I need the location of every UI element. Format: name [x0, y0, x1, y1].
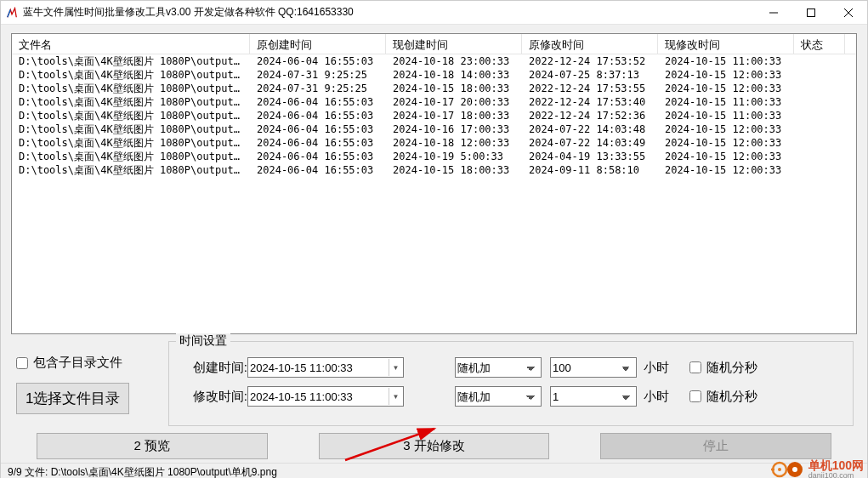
- titlebar: 蓝牛文件属性时间批量修改工具v3.00 开发定做各种软件 QQ:16416533…: [1, 1, 867, 25]
- include-subdir-checkbox[interactable]: 包含子目录文件: [16, 355, 168, 371]
- time-settings-group: 时间设置 创建时间: ▼ 随机加 100 小时 随机分秒 修改时间:: [168, 341, 854, 426]
- table-row[interactable]: D:\tools\桌面\4K壁纸图片 1080P\output\单机…2024-…: [12, 109, 856, 122]
- file-table[interactable]: 文件名 原创建时间 现创建时间 原修改时间 现修改时间 状态 D:\tools\…: [11, 33, 857, 334]
- create-random-mode[interactable]: 随机加: [455, 357, 542, 378]
- svg-point-5: [773, 463, 786, 476]
- table-row[interactable]: D:\tools\桌面\4K壁纸图片 1080P\output\单机…2024-…: [12, 54, 856, 68]
- modify-random-mode[interactable]: 随机加: [455, 386, 542, 407]
- window-controls: [755, 1, 867, 25]
- svg-point-9: [792, 467, 797, 472]
- main-window: 蓝牛文件属性时间批量修改工具v3.00 开发定做各种软件 QQ:16416533…: [0, 0, 868, 478]
- create-random-value[interactable]: 100: [550, 357, 637, 378]
- svg-rect-1: [808, 9, 815, 16]
- action-buttons: 2 预览 3 开始修改 停止: [1, 433, 867, 463]
- window-title: 蓝牛文件属性时间批量修改工具v3.00 开发定做各种软件 QQ:16416533…: [23, 5, 755, 20]
- status-text: 9/9 文件: D:\tools\桌面\4K壁纸图片 1080P\output\…: [8, 466, 277, 478]
- group-label: 时间设置: [176, 333, 230, 349]
- table-row[interactable]: D:\tools\桌面\4K壁纸图片 1080P\output\单机…2024-…: [12, 95, 856, 109]
- col-orig-create[interactable]: 原创建时间: [250, 34, 386, 54]
- modify-random-sec-checkbox[interactable]: 随机分秒: [689, 389, 757, 405]
- create-time-label: 创建时间:: [179, 360, 247, 376]
- table-body[interactable]: D:\tools\桌面\4K壁纸图片 1080P\output\单机…2024-…: [12, 54, 856, 333]
- col-orig-modify[interactable]: 原修改时间: [522, 34, 658, 54]
- svg-point-8: [787, 462, 803, 477]
- stop-button: 停止: [600, 433, 831, 459]
- select-dir-button[interactable]: 1选择文件目录: [16, 383, 129, 414]
- hours-label: 小时: [644, 360, 669, 376]
- col-now-modify[interactable]: 现修改时间: [658, 34, 794, 54]
- table-row[interactable]: D:\tools\桌面\4K壁纸图片 1080P\output\单机…2024-…: [12, 82, 856, 95]
- app-icon: [6, 7, 18, 19]
- modify-time-label: 修改时间:: [179, 389, 247, 405]
- modify-time-input[interactable]: [247, 386, 404, 407]
- preview-button[interactable]: 2 预览: [37, 433, 268, 459]
- svg-point-6: [778, 468, 781, 471]
- include-subdir-input[interactable]: [16, 357, 28, 369]
- modify-random-value[interactable]: 1: [550, 386, 637, 407]
- hours-label: 小时: [644, 389, 669, 405]
- table-row[interactable]: D:\tools\桌面\4K壁纸图片 1080P\output\单机…2024-…: [12, 136, 856, 150]
- table-row[interactable]: D:\tools\桌面\4K壁纸图片 1080P\output\单机…2024-…: [12, 122, 856, 136]
- col-status[interactable]: 状态: [794, 34, 845, 54]
- table-header: 文件名 原创建时间 现创建时间 原修改时间 现修改时间 状态: [12, 34, 856, 54]
- watermark-icon: [771, 459, 805, 478]
- watermark: 单机100网 danji100.com: [771, 459, 864, 478]
- create-time-input[interactable]: [247, 357, 404, 378]
- table-row[interactable]: D:\tools\桌面\4K壁纸图片 1080P\output\单机…2024-…: [12, 150, 856, 163]
- table-row[interactable]: D:\tools\桌面\4K壁纸图片 1080P\output\单机…2024-…: [12, 163, 856, 177]
- maximize-button[interactable]: [792, 1, 830, 25]
- close-button[interactable]: [830, 1, 867, 25]
- col-filename[interactable]: 文件名: [12, 34, 250, 54]
- status-bar: 9/9 文件: D:\tools\桌面\4K壁纸图片 1080P\output\…: [1, 463, 867, 478]
- create-random-sec-checkbox[interactable]: 随机分秒: [689, 360, 757, 376]
- minimize-button[interactable]: [755, 1, 792, 25]
- col-now-create[interactable]: 现创建时间: [386, 34, 522, 54]
- start-button[interactable]: 3 开始修改: [319, 433, 550, 459]
- table-row[interactable]: D:\tools\桌面\4K壁纸图片 1080P\output\单机…2024-…: [12, 68, 856, 82]
